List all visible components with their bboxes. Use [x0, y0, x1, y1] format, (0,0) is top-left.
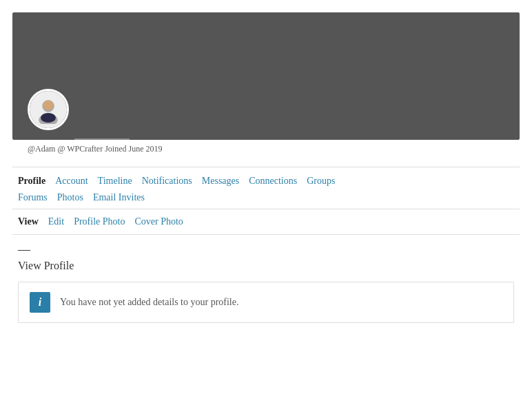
nav-item-messages[interactable]: Messages: [202, 174, 249, 188]
view-profile-title: View Profile: [18, 260, 514, 272]
info-box: i You have not yet added details to your…: [18, 282, 514, 323]
cover-area: [12, 12, 520, 140]
sub-nav-item-cover-photo[interactable]: Cover Photo: [134, 215, 192, 229]
info-icon-wrap: i: [30, 292, 50, 313]
sub-nav-item-view[interactable]: View: [18, 215, 48, 229]
nav-item-account[interactable]: Account: [55, 174, 97, 188]
nav-item-groups[interactable]: Groups: [307, 174, 345, 188]
nav-item-email-invites[interactable]: Email Invites: [93, 191, 154, 205]
page-wrapper: @Adam @ WPCrafter Joined June 2019 Profi…: [0, 0, 532, 416]
username-line: [74, 138, 130, 140]
sub-nav-item-profile-photo[interactable]: Profile Photo: [74, 215, 134, 229]
nav-item-forums[interactable]: Forums: [18, 191, 57, 205]
user-handle-joined: @Adam @ WPCrafter Joined June 2019: [28, 144, 163, 154]
avatar-wrap: [28, 89, 69, 130]
content-area: — View Profile i You have not yet added …: [12, 235, 520, 323]
main-nav-row1: Profile Account Timeline Notifications M…: [12, 174, 520, 188]
nav-item-photos[interactable]: Photos: [57, 191, 93, 205]
info-icon: i: [39, 296, 41, 309]
section-dash: —: [18, 243, 514, 256]
nav-item-connections[interactable]: Connections: [249, 174, 307, 188]
sub-nav-item-edit[interactable]: Edit: [48, 215, 74, 229]
nav-item-profile[interactable]: Profile: [18, 174, 55, 188]
nav-item-notifications[interactable]: Notifications: [142, 174, 202, 188]
info-message: You have not yet added details to your p…: [60, 297, 238, 308]
svg-point-4: [43, 101, 53, 110]
main-nav: Profile Account Timeline Notifications M…: [12, 167, 520, 209]
main-nav-row2: Forums Photos Email Invites: [12, 191, 520, 205]
sub-nav-row: View Edit Profile Photo Cover Photo: [12, 215, 520, 229]
svg-point-5: [41, 113, 56, 123]
sub-nav: View Edit Profile Photo Cover Photo: [12, 209, 520, 235]
nav-item-timeline[interactable]: Timeline: [98, 174, 142, 188]
avatar-person: [30, 91, 67, 128]
avatar: [28, 89, 69, 130]
user-info: @Adam @ WPCrafter Joined June 2019: [12, 140, 520, 154]
